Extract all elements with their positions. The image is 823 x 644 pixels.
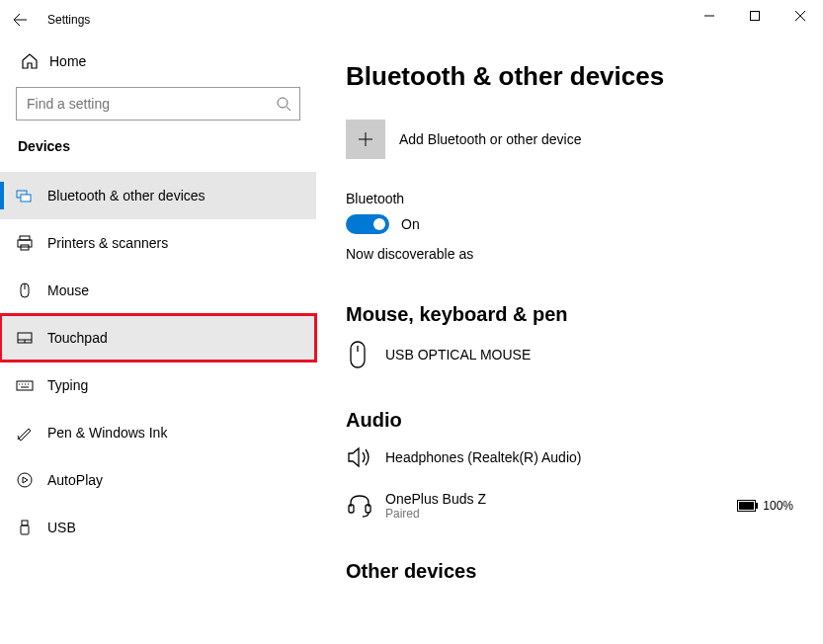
svg-rect-14: [17, 381, 33, 390]
device-name: USB OPTICAL MOUSE: [385, 347, 793, 362]
search-box[interactable]: [16, 87, 300, 121]
nav-mouse[interactable]: Mouse: [0, 267, 316, 314]
add-device-label: Add Bluetooth or other device: [399, 131, 581, 147]
mouse-icon: [16, 282, 47, 299]
minimize-icon: [704, 11, 714, 21]
main-content: Bluetooth & other devices Add Bluetooth …: [316, 40, 823, 644]
headset-icon: [346, 493, 385, 519]
plus-icon: [346, 120, 385, 159]
keyboard-icon: [16, 376, 47, 394]
arrow-left-icon: [12, 12, 28, 28]
nav-label: Pen & Windows Ink: [47, 425, 167, 441]
nav-label: AutoPlay: [47, 472, 103, 488]
nav-label: Printers & scanners: [47, 235, 168, 251]
group-audio-title: Audio: [346, 409, 793, 432]
toggle-knob: [373, 218, 385, 230]
home-button[interactable]: Home: [16, 40, 316, 83]
nav-touchpad[interactable]: Touchpad: [0, 314, 316, 362]
nav-label: USB: [47, 520, 76, 535]
device-name: OnePlus Buds Z: [385, 491, 737, 507]
search-icon: [276, 96, 291, 112]
discoverable-text: Now discoverable as: [346, 246, 793, 262]
device-mouse[interactable]: USB OPTICAL MOUSE: [346, 340, 793, 369]
maximize-button[interactable]: [732, 0, 778, 32]
device-mouse-icon: [346, 340, 385, 369]
page-title: Bluetooth & other devices: [346, 61, 793, 92]
close-icon: [795, 11, 805, 21]
battery-percent: 100%: [763, 499, 793, 513]
touchpad-icon: [16, 329, 47, 347]
device-earbuds[interactable]: OnePlus Buds Z Paired 100%: [346, 491, 793, 521]
close-button[interactable]: [778, 0, 823, 32]
pen-icon: [16, 424, 47, 442]
nav-usb[interactable]: USB: [0, 504, 316, 551]
nav-label: Touchpad: [47, 330, 108, 346]
device-name: Headphones (Realtek(R) Audio): [385, 449, 793, 465]
home-label: Home: [49, 53, 86, 69]
home-icon: [16, 52, 43, 70]
device-status: Paired: [385, 507, 737, 521]
svg-rect-25: [351, 342, 365, 367]
usb-icon: [16, 519, 47, 536]
nav-label: Mouse: [47, 282, 89, 298]
add-device-button[interactable]: Add Bluetooth or other device: [346, 120, 793, 159]
svg-rect-22: [21, 525, 29, 534]
nav-bluetooth[interactable]: Bluetooth & other devices: [0, 172, 316, 219]
svg-rect-7: [18, 240, 32, 247]
device-headphones[interactable]: Headphones (Realtek(R) Audio): [346, 445, 793, 469]
nav-label: Typing: [47, 377, 88, 393]
svg-point-2: [278, 98, 288, 108]
group-other-title: Other devices: [346, 560, 793, 583]
bluetooth-devices-icon: [16, 187, 47, 204]
search-input[interactable]: [25, 95, 276, 113]
back-button[interactable]: [0, 0, 40, 40]
battery-indicator: 100%: [737, 499, 793, 513]
speaker-icon: [346, 445, 385, 469]
titlebar: Settings: [0, 0, 823, 40]
maximize-icon: [750, 11, 760, 21]
svg-line-3: [287, 107, 290, 111]
nav-autoplay[interactable]: AutoPlay: [0, 456, 316, 504]
svg-rect-6: [20, 236, 30, 240]
nav-label: Bluetooth & other devices: [47, 188, 206, 203]
app-title: Settings: [47, 13, 90, 27]
bluetooth-toggle[interactable]: [346, 214, 389, 234]
group-mouse-title: Mouse, keyboard & pen: [346, 303, 793, 326]
battery-icon: [737, 500, 759, 512]
svg-rect-5: [21, 195, 31, 201]
svg-rect-31: [756, 503, 758, 509]
svg-rect-30: [739, 502, 754, 510]
nav-list: Bluetooth & other devices Printers & sca…: [0, 172, 316, 551]
nav-printers[interactable]: Printers & scanners: [0, 219, 316, 267]
bluetooth-label: Bluetooth: [346, 191, 793, 206]
svg-rect-21: [22, 521, 28, 525]
svg-rect-1: [751, 12, 760, 21]
autoplay-icon: [16, 471, 47, 489]
printer-icon: [16, 234, 47, 252]
section-title: Devices: [16, 138, 316, 154]
sidebar: Home Devices Bluetooth & other devices P…: [0, 40, 316, 644]
svg-point-20: [18, 473, 32, 487]
nav-pen[interactable]: Pen & Windows Ink: [0, 409, 316, 456]
window-controls: [687, 0, 823, 32]
minimize-button[interactable]: [687, 0, 732, 32]
nav-typing[interactable]: Typing: [0, 362, 316, 409]
bluetooth-state: On: [401, 216, 420, 232]
